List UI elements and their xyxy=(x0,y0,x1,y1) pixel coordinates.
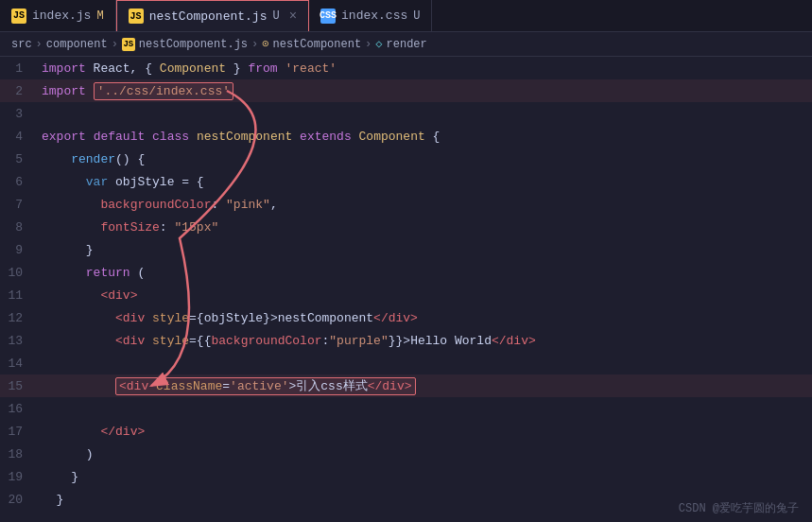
line-content: return ( xyxy=(38,266,812,280)
tab-badge: U xyxy=(413,9,420,23)
watermark: CSDN @爱吃芋圆的兔子 xyxy=(679,500,799,516)
breadcrumb-sep: › xyxy=(365,38,371,51)
line-content: ) xyxy=(38,447,812,461)
tab-label: index.js xyxy=(32,9,91,23)
line-content: fontSize: "15px" xyxy=(38,220,812,235)
breadcrumb-src: src xyxy=(11,38,32,51)
line-number: 11 xyxy=(0,288,38,303)
line-number: 9 xyxy=(0,243,38,257)
line-content: <div> xyxy=(38,288,812,303)
line-number: 19 xyxy=(0,470,38,484)
line-18: 18 ) xyxy=(0,443,812,465)
line-10: 10 return ( xyxy=(0,261,812,284)
breadcrumb-component: component xyxy=(46,38,108,51)
line-number: 17 xyxy=(0,425,38,439)
line-content: import '../css/index.css' xyxy=(38,84,812,98)
breadcrumb-render: render xyxy=(387,38,427,51)
breadcrumb-sep: › xyxy=(112,38,118,51)
line-3: 3 xyxy=(0,102,812,125)
line-19: 19 } xyxy=(0,465,812,488)
tab-badge: U xyxy=(272,9,279,23)
breadcrumb-sep: › xyxy=(36,38,43,51)
line-number: 3 xyxy=(0,107,38,121)
line-number: 2 xyxy=(0,84,38,98)
line-17: 17 </div> xyxy=(0,420,812,443)
line-content: var objStyle = { xyxy=(38,175,812,189)
breadcrumb-class-icon: ⊙ xyxy=(262,37,268,51)
line-content: <div className='active'>引入css样式</div> xyxy=(38,377,812,394)
line-number: 15 xyxy=(0,379,38,393)
breadcrumb-js-icon: JS xyxy=(122,38,135,51)
line-content: render() { xyxy=(38,152,812,166)
line-content: <div style={{backgroundColor:"purple"}}>… xyxy=(38,334,812,348)
editor-wrapper: 1 import React, { Component } from 'reac… xyxy=(0,57,812,522)
line-12: 12 <div style={objStyle}>nestComponent</… xyxy=(0,306,812,329)
line-content: export default class nestComponent exten… xyxy=(38,130,812,144)
breadcrumb-class: nestComponent xyxy=(272,38,361,51)
line-number: 13 xyxy=(0,334,38,348)
line-number: 12 xyxy=(0,311,38,325)
line-5: 5 render() { xyxy=(0,148,812,170)
line-content: <div style={objStyle}>nestComponent</div… xyxy=(38,311,812,325)
line-content: import React, { Component } from 'react' xyxy=(38,61,812,76)
line-number: 18 xyxy=(0,447,38,461)
line-number: 7 xyxy=(0,198,38,212)
line-number: 14 xyxy=(0,357,38,371)
css-icon: CSS xyxy=(320,9,336,24)
tab-close-icon[interactable]: × xyxy=(289,9,297,24)
tab-label: nestComponent.js xyxy=(149,9,268,24)
breadcrumb-sep: › xyxy=(251,38,258,51)
line-7: 7 backgroundColor: "pink", xyxy=(0,193,812,216)
line-number: 8 xyxy=(0,220,38,235)
tab-index-css[interactable]: CSS index.css U xyxy=(309,0,432,31)
line-11: 11 <div> xyxy=(0,284,812,306)
tab-index-js[interactable]: JS index.js M xyxy=(0,0,116,31)
line-14: 14 xyxy=(0,352,812,374)
line-content: backgroundColor: "pink", xyxy=(38,198,812,212)
line-8: 8 fontSize: "15px" xyxy=(0,216,812,238)
line-content: } xyxy=(38,470,812,484)
line-4: 4 export default class nestComponent ext… xyxy=(0,125,812,148)
tab-badge: M xyxy=(96,9,103,23)
line-number: 16 xyxy=(0,402,38,416)
line-6: 6 var objStyle = { xyxy=(0,170,812,193)
line-1: 1 import React, { Component } from 'reac… xyxy=(0,57,812,79)
line-content: </div> xyxy=(38,425,812,439)
tab-nest-component-js[interactable]: JS nestComponent.js U × xyxy=(116,0,309,31)
line-content: } xyxy=(38,243,812,257)
line-9: 9 } xyxy=(0,238,812,261)
line-15: 15 <div className='active'>引入css样式</div> xyxy=(0,374,812,397)
breadcrumb: src › component › JS nestComponent.js › … xyxy=(0,32,812,57)
breadcrumb-render-icon: ◇ xyxy=(375,37,382,51)
line-number: 6 xyxy=(0,175,38,189)
tab-label: index.css xyxy=(341,9,407,23)
tab-bar: JS index.js M JS nestComponent.js U × CS… xyxy=(0,0,812,32)
line-13: 13 <div style={{backgroundColor:"purple"… xyxy=(0,329,812,352)
js-icon: JS xyxy=(11,9,26,24)
line-2: 2 import '../css/index.css' xyxy=(0,79,812,102)
breadcrumb-filename: nestComponent.js xyxy=(139,38,248,51)
line-number: 10 xyxy=(0,266,38,280)
line-number: 1 xyxy=(0,61,38,76)
line-16: 16 xyxy=(0,397,812,420)
editor: 1 import React, { Component } from 'reac… xyxy=(0,57,812,522)
line-number: 5 xyxy=(0,152,38,166)
line-number: 20 xyxy=(0,493,38,507)
js-icon: JS xyxy=(129,9,144,24)
line-number: 4 xyxy=(0,130,38,144)
